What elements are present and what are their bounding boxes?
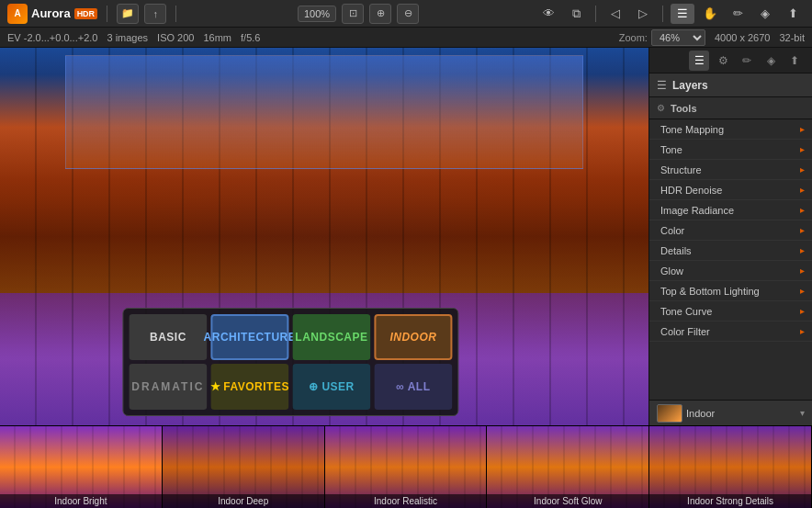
filmstrip-item-2[interactable]: Indoor Realistic xyxy=(325,426,488,508)
brush-tool-button[interactable]: ✏ xyxy=(726,4,750,24)
filmstrip-label: Indoor Soft Glow xyxy=(487,494,648,508)
brush-tab[interactable]: ✏ xyxy=(737,51,757,71)
tool-expand-icon: ▸ xyxy=(800,164,805,175)
layers-icon: ☰ xyxy=(657,79,667,92)
tool-expand-icon: ▸ xyxy=(800,326,805,336)
tool-item-image-radiance[interactable]: Image Radiance ▸ xyxy=(649,200,812,220)
canvas-area[interactable]: Basic Architecture Landscape Indoor Dram… xyxy=(0,48,648,425)
panel-tabs: ☰ ⚙ ✏ ◈ ⬆ xyxy=(649,48,812,73)
preset-basic[interactable]: Basic xyxy=(129,314,207,360)
tool-name: Color Filter xyxy=(660,326,710,337)
filmstrip-label: Indoor Strong Details xyxy=(649,494,811,508)
preset-indoor[interactable]: Indoor xyxy=(374,314,452,360)
preset-favorites[interactable]: ★Favorites xyxy=(210,364,288,410)
tool-expand-icon: ▸ xyxy=(800,124,805,134)
compare-button[interactable]: ⧉ xyxy=(564,4,588,24)
logo-icon: A xyxy=(7,4,28,24)
panel-dropdown[interactable]: Indoor ▾ xyxy=(649,400,812,425)
dropdown-value: Indoor xyxy=(686,408,796,419)
tool-expand-icon: ▸ xyxy=(800,245,805,255)
hand-tool-button[interactable]: ✋ xyxy=(698,4,722,24)
app-name: Aurora xyxy=(31,6,71,20)
layers-label: Layers xyxy=(672,79,708,92)
tool-item-hdr-denoise[interactable]: HDR Denoise ▸ xyxy=(649,180,812,200)
filmstrip-label: Indoor Deep xyxy=(163,494,324,508)
tool-item-tone[interactable]: Tone ▸ xyxy=(649,140,812,160)
mask-button[interactable]: ◈ xyxy=(753,4,777,24)
open-button[interactable]: 📁 xyxy=(117,4,139,24)
export-tab[interactable]: ⬆ xyxy=(784,51,805,71)
toolbar-separator xyxy=(107,6,107,22)
tool-name: Color xyxy=(660,225,684,236)
preset-overlay: Basic Architecture Landscape Indoor Dram… xyxy=(122,308,458,416)
filmstrip-label: Indoor Bright xyxy=(0,494,162,508)
aperture-display: f/5.6 xyxy=(241,32,260,43)
filmstrip-item-0[interactable]: Indoor Bright xyxy=(0,426,163,508)
zoom-out-button[interactable]: ⊖ xyxy=(397,4,419,24)
tool-item-structure[interactable]: Structure ▸ xyxy=(649,160,812,180)
tool-name: Top & Bottom Lighting xyxy=(660,286,760,297)
undo-button[interactable]: ◁ xyxy=(603,4,627,24)
filmstrip-item-1[interactable]: Indoor Deep xyxy=(163,426,325,508)
tool-expand-icon: ▸ xyxy=(800,185,805,195)
tools-tab[interactable]: ⚙ xyxy=(713,51,733,71)
tool-item-color[interactable]: Color ▸ xyxy=(649,220,812,241)
zoom-label: Zoom: xyxy=(619,32,648,43)
right-panel: ☰ ⚙ ✏ ◈ ⬆ ☰ Layers ⚙ Tools Tone Mapping … xyxy=(648,48,812,425)
tool-name: Glow xyxy=(660,265,683,277)
focal-display: 16mm xyxy=(203,32,231,43)
app-logo: A Aurora HDR xyxy=(7,4,97,24)
tool-name: Tone Curve xyxy=(660,306,712,317)
tool-item-glow[interactable]: Glow ▸ xyxy=(649,261,812,281)
preview-button[interactable]: 👁 xyxy=(536,4,560,24)
layers-tab[interactable]: ☰ xyxy=(689,51,709,71)
filmstrip-item-3[interactable]: Indoor Soft Glow xyxy=(487,426,649,508)
tool-item-top-&-bottom-lighting[interactable]: Top & Bottom Lighting ▸ xyxy=(649,281,812,301)
tool-item-tone-curve[interactable]: Tone Curve ▸ xyxy=(649,301,812,322)
infobar: EV -2.0...+0.0...+2.0 3 images ISO 200 1… xyxy=(0,28,812,48)
redo-button[interactable]: ▷ xyxy=(631,4,655,24)
export-icon-button[interactable]: ⬆ xyxy=(781,4,805,24)
preset-landscape[interactable]: Landscape xyxy=(292,314,370,360)
tool-name: Structure xyxy=(660,164,702,175)
tool-expand-icon: ▸ xyxy=(800,265,805,276)
layers-tab-button[interactable]: ☰ xyxy=(671,4,694,24)
filmstrip-label: Indoor Realistic xyxy=(325,494,487,508)
bit-depth-display: 32-bit xyxy=(779,32,805,43)
zoom-select[interactable]: 46% 25% 50% 75% 100% xyxy=(651,29,705,46)
tools-list: Tone Mapping ▸ Tone ▸ Structure ▸ HDR De… xyxy=(649,119,812,400)
dropdown-thumbnail xyxy=(657,404,682,423)
preset-user[interactable]: ⊕ User xyxy=(292,364,370,410)
fit-button[interactable]: ⊡ xyxy=(342,4,364,24)
tool-item-color-filter[interactable]: Color Filter ▸ xyxy=(649,322,812,342)
main-area: Basic Architecture Landscape Indoor Dram… xyxy=(0,48,812,425)
tool-item-tone-mapping[interactable]: Tone Mapping ▸ xyxy=(649,119,812,140)
tool-name: Details xyxy=(660,245,692,256)
images-count: 3 images xyxy=(107,32,148,43)
zoom-in-button[interactable]: ⊕ xyxy=(369,4,391,24)
preset-architecture[interactable]: Architecture xyxy=(210,314,288,360)
tool-expand-icon: ▸ xyxy=(800,205,805,215)
ev-display: EV -2.0...+0.0...+2.0 xyxy=(7,32,97,43)
preset-all[interactable]: ∞ All xyxy=(374,364,452,410)
tools-header: ⚙ Tools xyxy=(649,97,812,119)
filmstrip-item-4[interactable]: Indoor Strong Details xyxy=(649,426,812,508)
zoom-100[interactable]: 100% xyxy=(298,6,336,22)
tool-item-details[interactable]: Details ▸ xyxy=(649,241,812,261)
layers-header: ☰ Layers xyxy=(649,73,812,97)
app-version: HDR xyxy=(74,8,98,19)
toolbar-separator-2 xyxy=(175,6,176,22)
preset-dramatic[interactable]: Dramatic xyxy=(129,364,207,410)
tool-name: Tone Mapping xyxy=(660,124,724,135)
iso-display: ISO 200 xyxy=(157,32,194,43)
mask-tab[interactable]: ◈ xyxy=(761,51,781,71)
tool-expand-icon: ▸ xyxy=(800,225,805,235)
tool-expand-icon: ▸ xyxy=(800,144,805,154)
tool-expand-icon: ▸ xyxy=(800,306,805,316)
toolbar-right: 👁 ⧉ ◁ ▷ ☰ ✋ ✏ ◈ ⬆ xyxy=(536,4,805,24)
toolbar-center: 100% ⊡ ⊕ ⊖ xyxy=(186,4,531,24)
dimensions-display: 4000 x 2670 xyxy=(715,32,771,43)
filmstrip: Indoor Bright Indoor Deep Indoor Realist… xyxy=(0,425,812,508)
export-button[interactable]: ↑ xyxy=(144,4,166,24)
toolbar-separator-4 xyxy=(662,6,663,22)
